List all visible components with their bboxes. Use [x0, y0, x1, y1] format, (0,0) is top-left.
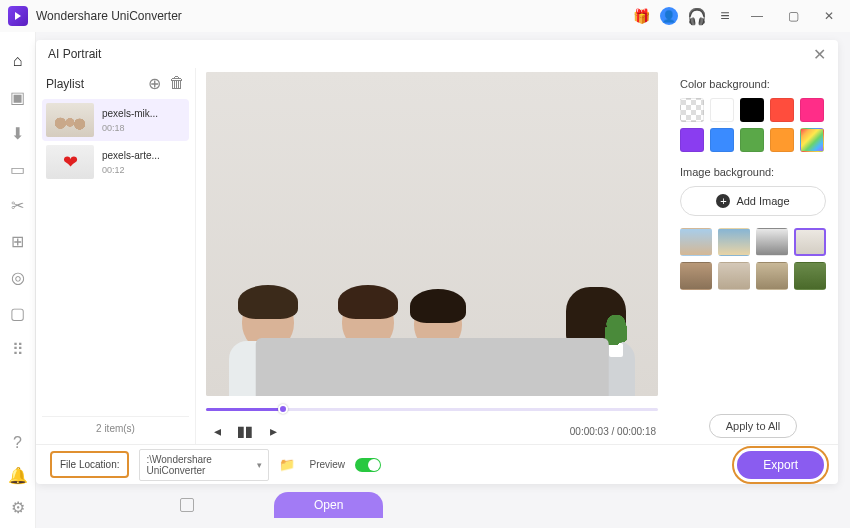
playlist-item-name: pexels-arte... [102, 150, 160, 161]
playlist-item[interactable]: pexels-mik... 00:18 [42, 99, 189, 141]
chevron-down-icon[interactable]: ▾ [257, 460, 262, 470]
preview-toggle-label: Preview [309, 459, 345, 470]
sidebar: ⌂ ▣ ⬇ ▭ ✂ ⊞ ◎ ▢ ⠿ ? 🔔 ⚙ [0, 32, 36, 528]
video-preview [206, 72, 658, 396]
playlist-item-duration: 00:18 [102, 123, 158, 133]
user-avatar-icon[interactable]: 👤 [660, 7, 678, 25]
image-thumb[interactable] [794, 228, 826, 256]
preview-toggle[interactable] [355, 458, 381, 472]
add-item-icon[interactable]: ⊕ [148, 74, 161, 93]
modal-close-icon[interactable]: ✕ [813, 45, 826, 64]
app-logo [8, 6, 28, 26]
player-controls: ◂ ▮▮ ▸ 00:00:03 / 00:00:18 [206, 418, 658, 444]
color-swatch-purple[interactable] [680, 128, 704, 152]
timeline-thumb[interactable] [278, 404, 288, 414]
modal-footer: File Location: :\Wondershare UniConverte… [36, 444, 838, 484]
titlebar: Wondershare UniConverter 🎁 👤 🎧 ≡ — ▢ ✕ [0, 0, 850, 32]
color-swatch-blue[interactable] [710, 128, 734, 152]
file-location-field[interactable]: :\Wondershare UniConverter ▾ [139, 449, 269, 481]
add-image-button[interactable]: + Add Image [680, 186, 826, 216]
camera-icon[interactable]: ▣ [8, 88, 28, 106]
preview-panel: ◂ ▮▮ ▸ 00:00:03 / 00:00:18 [196, 68, 668, 444]
close-button[interactable]: ✕ [816, 5, 842, 27]
help-icon[interactable]: ? [8, 434, 28, 452]
playlist-thumb [46, 103, 94, 137]
folder-icon[interactable]: 📁 [279, 457, 295, 472]
color-swatch-red[interactable] [770, 98, 794, 122]
color-swatch-transparent[interactable] [680, 98, 704, 122]
plus-icon: + [716, 194, 730, 208]
color-swatch-green[interactable] [740, 128, 764, 152]
playlist-panel: Playlist ⊕ 🗑 pexels-mik... 00:18 pexels-… [36, 68, 196, 444]
settings-icon[interactable]: ⚙ [8, 498, 28, 516]
playlist-title: Playlist [46, 77, 84, 91]
playlist-thumb [46, 145, 94, 179]
image-thumb[interactable] [680, 228, 712, 256]
playlist-item[interactable]: pexels-arte... 00:12 [42, 141, 189, 183]
background-panel: Color background: Image background: + Ad… [668, 68, 838, 444]
image-thumb[interactable] [756, 262, 788, 290]
ai-portrait-modal: AI Portrait ✕ Playlist ⊕ 🗑 pexels-mik...… [36, 40, 838, 484]
pause-button[interactable]: ▮▮ [236, 423, 254, 439]
app-title: Wondershare UniConverter [36, 9, 182, 23]
export-label: Export [763, 458, 798, 472]
screen-icon[interactable]: ▭ [8, 160, 28, 178]
download-icon[interactable]: ⬇ [8, 124, 28, 142]
maximize-button[interactable]: ▢ [780, 5, 806, 27]
below-strip: Open [180, 490, 650, 520]
timeline[interactable] [206, 402, 658, 416]
apps-icon[interactable]: ⠿ [8, 340, 28, 358]
tv-icon[interactable]: ▢ [8, 304, 28, 322]
image-bg-label: Image background: [680, 166, 826, 178]
export-button[interactable]: Export [737, 451, 824, 479]
headset-icon[interactable]: 🎧 [688, 7, 706, 25]
image-thumb[interactable] [718, 228, 750, 256]
open-button[interactable]: Open [274, 492, 383, 518]
playlist-item-duration: 00:12 [102, 165, 160, 175]
time-display: 00:00:03 / 00:00:18 [570, 426, 656, 437]
image-thumb[interactable] [756, 228, 788, 256]
gift-icon[interactable]: 🎁 [632, 7, 650, 25]
apply-all-button[interactable]: Apply to All [709, 414, 797, 438]
bell-icon[interactable]: 🔔 [8, 466, 28, 484]
color-swatch-orange[interactable] [770, 128, 794, 152]
add-image-label: Add Image [736, 195, 789, 207]
stop-icon[interactable] [180, 498, 194, 512]
file-location-value: :\Wondershare UniConverter [146, 454, 257, 476]
color-swatch-black[interactable] [740, 98, 764, 122]
modal-header: AI Portrait ✕ [36, 40, 838, 68]
color-swatch-rainbow[interactable] [800, 128, 824, 152]
disc-icon[interactable]: ◎ [8, 268, 28, 286]
image-thumb[interactable] [794, 262, 826, 290]
menu-icon[interactable]: ≡ [716, 7, 734, 25]
color-bg-label: Color background: [680, 78, 826, 90]
image-thumbnails [680, 228, 826, 290]
next-button[interactable]: ▸ [264, 423, 282, 439]
prev-button[interactable]: ◂ [208, 423, 226, 439]
color-swatches [680, 98, 826, 152]
file-location-label: File Location: [50, 451, 129, 478]
home-icon[interactable]: ⌂ [8, 52, 28, 70]
image-thumb[interactable] [680, 262, 712, 290]
image-thumb[interactable] [718, 262, 750, 290]
color-swatch-white[interactable] [710, 98, 734, 122]
playlist-count: 2 item(s) [42, 416, 189, 440]
delete-item-icon[interactable]: 🗑 [169, 74, 185, 93]
cut-icon[interactable]: ✂ [8, 196, 28, 214]
minimize-button[interactable]: — [744, 5, 770, 27]
modal-title: AI Portrait [48, 47, 101, 61]
merge-icon[interactable]: ⊞ [8, 232, 28, 250]
playlist-item-name: pexels-mik... [102, 108, 158, 119]
color-swatch-pink[interactable] [800, 98, 824, 122]
